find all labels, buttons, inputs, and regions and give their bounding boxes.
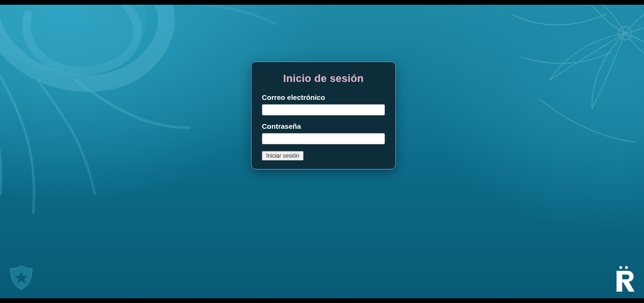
email-input[interactable] bbox=[262, 104, 385, 116]
svg-point-3 bbox=[625, 266, 628, 269]
password-label: Contraseña bbox=[262, 122, 385, 130]
login-card: Inicio de sesión Correo electrónico Cont… bbox=[251, 62, 396, 169]
login-title: Inicio de sesión bbox=[262, 72, 385, 85]
letterbox-top bbox=[0, 0, 644, 5]
svg-point-0 bbox=[0, 5, 147, 71]
background-swirl-left bbox=[0, 5, 284, 251]
password-input[interactable] bbox=[262, 133, 385, 144]
letterbox-bottom bbox=[0, 298, 644, 303]
svg-point-1 bbox=[618, 27, 632, 40]
desktop-stage: Inicio de sesión Correo electrónico Cont… bbox=[0, 5, 644, 298]
login-submit-button[interactable]: Iniciar sesión bbox=[262, 151, 304, 160]
shield-star-icon bbox=[9, 264, 34, 291]
email-label: Correo electrónico bbox=[262, 93, 385, 101]
background-flower-right bbox=[455, 5, 644, 175]
brand-logo-icon bbox=[614, 265, 635, 292]
svg-point-2 bbox=[619, 266, 622, 269]
